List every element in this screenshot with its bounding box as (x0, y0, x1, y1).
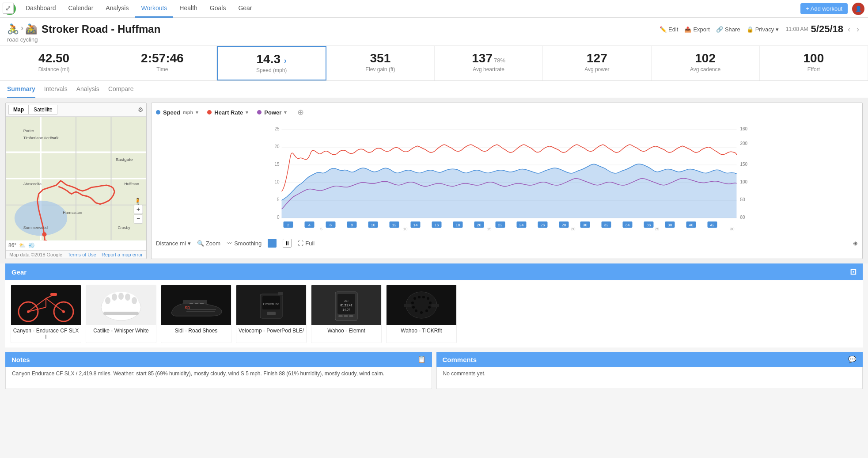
pause-button[interactable]: ⏸ (283, 239, 292, 248)
distance-unit-selector[interactable]: Distance mi ▾ (156, 240, 191, 247)
svg-point-149 (427, 297, 429, 300)
gear-grid: Canyon - Endurace CF SLX I Catlike - Whi… (5, 280, 863, 347)
export-button[interactable]: 📤 Export (684, 26, 710, 33)
svg-point-118 (105, 297, 110, 304)
svg-text:25: 25 (274, 126, 280, 131)
svg-text:30: 30 (583, 223, 587, 227)
tab-summary[interactable]: Summary (7, 81, 35, 98)
svg-point-155 (412, 306, 415, 309)
gear-item-powerpod[interactable]: PowerPod Velocomp - PowerPod BLE/ (236, 285, 307, 343)
legend-heartrate[interactable]: Heart Rate ▾ (207, 109, 248, 116)
svg-point-121 (125, 294, 130, 301)
edit-button[interactable]: ✏️ Edit (660, 26, 678, 33)
stat-cadence[interactable]: 102 Avg cadence (652, 46, 760, 80)
nav-workouts[interactable]: Workouts (135, 0, 173, 18)
svg-text:10: 10 (371, 223, 375, 227)
svg-text:20: 20 (477, 223, 481, 227)
map-toolbar: ⤢ Map Satellite ⚙ (6, 103, 146, 117)
gear-item-shoes[interactable]: SD Sidi - Road Shoes (161, 285, 231, 343)
add-metric-button[interactable]: ⊕ (297, 107, 304, 117)
tab-analysis[interactable]: Analysis (76, 81, 99, 98)
tab-compare[interactable]: Compare (108, 81, 134, 98)
map-view-button[interactable]: Map (8, 105, 29, 114)
weather-icon: ⛅ (19, 242, 26, 248)
svg-point-146 (413, 297, 416, 300)
stat-elevation[interactable]: 351 Elev gain (ft) (326, 46, 435, 80)
svg-text:14: 14 (413, 223, 417, 227)
tab-intervals[interactable]: Intervals (44, 81, 68, 98)
gear-section: Gear ⊡ Canyon - Endurace CF SLX (5, 263, 863, 347)
svg-text:5: 5 (277, 197, 280, 202)
terms-link[interactable]: Terms of Use (68, 252, 96, 257)
heartrate-value: 13778% (442, 52, 535, 65)
stat-speed[interactable]: 14.3 › Speed (mph) (217, 46, 326, 80)
comments-body: No comments yet. (436, 367, 863, 389)
gear-item-elemnt[interactable]: 21: 01:31:42 14.07 Wahoo - Elemnt (311, 285, 382, 343)
map-settings-icon[interactable]: ⚙ (138, 106, 144, 113)
distance-value: 42.50 (7, 52, 101, 65)
map-footer: Map data ©2018 Google Terms of Use Repor… (6, 250, 146, 259)
svg-text:32: 32 (604, 223, 608, 227)
comments-icon[interactable]: 💬 (848, 355, 857, 363)
stat-heartrate[interactable]: 13778% Avg heartrate (435, 46, 543, 80)
gear-item-bike[interactable]: Canyon - Endurace CF SLX I (11, 285, 81, 343)
gear-label-shoes: Sidi - Road Shoes (173, 325, 220, 336)
zoom-control[interactable]: 🔍 Zoom (197, 240, 220, 247)
next-workout-button[interactable]: › (855, 25, 861, 34)
privacy-button[interactable]: 🔒 Privacy ▾ (747, 26, 779, 33)
nav-goals[interactable]: Goals (204, 0, 232, 18)
comments-header: Comments 💬 (436, 352, 863, 367)
gear-expand-icon[interactable]: ⊡ (850, 267, 857, 277)
chart-panel: Speed mph ▾ Heart Rate ▾ Power ▾ ⊕ (151, 103, 863, 259)
time-value: 2:57:46 (115, 52, 209, 65)
page-header: 🚴 › 🚵 Stroker Road - Huffman ✏️ Edit 📤 E… (0, 18, 868, 46)
nav-dashboard[interactable]: Dashboard (19, 0, 62, 18)
stat-effort[interactable]: 100 Effort (760, 46, 868, 80)
nav-analysis[interactable]: Analysis (99, 0, 135, 18)
gear-image-powerpod: PowerPod (236, 285, 307, 325)
add-workout-button[interactable]: + Add workout (800, 3, 848, 14)
stat-power[interactable]: 127 Avg power (543, 46, 651, 80)
svg-point-148 (422, 296, 425, 298)
legend-power[interactable]: Power ▾ (257, 109, 287, 116)
share-button[interactable]: 🔗 Share (716, 26, 740, 33)
time-label: Time (115, 66, 209, 73)
chart-settings-icon[interactable]: ⊕ (853, 240, 858, 247)
heartrate-label: Avg heartrate (442, 66, 535, 73)
speed-label: Speed (mph) (225, 67, 318, 73)
nav-calendar[interactable]: Calendar (62, 0, 100, 18)
nav-gear[interactable]: Gear (232, 0, 258, 18)
power-legend-arrow[interactable]: ▾ (284, 110, 287, 115)
gear-label-bike: Canyon - Endurace CF SLX I (11, 325, 81, 343)
notes-icon[interactable]: 📋 (417, 355, 426, 363)
stat-time[interactable]: 2:57:46 Time (108, 46, 216, 80)
speed-legend-arrow[interactable]: ▾ (196, 110, 198, 115)
svg-text:14.07: 14.07 (342, 308, 350, 311)
full-control[interactable]: ⛶ Full (298, 240, 315, 247)
prev-workout-button[interactable]: ‹ (846, 25, 852, 34)
play-button[interactable] (268, 239, 277, 248)
gear-item-helmet[interactable]: Catlike - Whisper White (86, 285, 156, 343)
legend-speed[interactable]: Speed mph ▾ (156, 109, 198, 116)
svg-text:34: 34 (625, 223, 629, 227)
report-link[interactable]: Report a map error (102, 252, 143, 257)
svg-rect-134 (267, 312, 276, 315)
svg-point-152 (425, 309, 428, 312)
chart-controls: Distance mi ▾ 🔍 Zoom 〰 Smoothing ⏸ ⛶ Ful… (156, 235, 858, 248)
heartrate-legend-arrow[interactable]: ▾ (246, 110, 248, 115)
gear-item-tickrfit[interactable]: Wahoo - TICKRfit (386, 285, 457, 343)
svg-text:25: 25 (655, 227, 659, 231)
svg-text:6: 6 (330, 223, 332, 227)
smoothing-icon: 〰 (227, 240, 232, 247)
speed-unit-label: mph (183, 110, 193, 115)
smoothing-control[interactable]: 〰 Smoothing (227, 240, 262, 247)
stat-distance[interactable]: 42.50 Distance (mi) (0, 46, 108, 80)
nav-health[interactable]: Health (173, 0, 203, 18)
power-legend-label: Power (264, 109, 281, 116)
main-content: ⤢ Map Satellite ⚙ (0, 98, 868, 263)
speed-value: 14.3 › (225, 53, 318, 65)
satellite-view-button[interactable]: Satellite (29, 105, 57, 114)
user-avatar[interactable]: 👤 (852, 3, 864, 15)
workout-date: 5/25/18 (811, 23, 843, 35)
distance-dropdown-icon[interactable]: ▾ (188, 240, 191, 247)
